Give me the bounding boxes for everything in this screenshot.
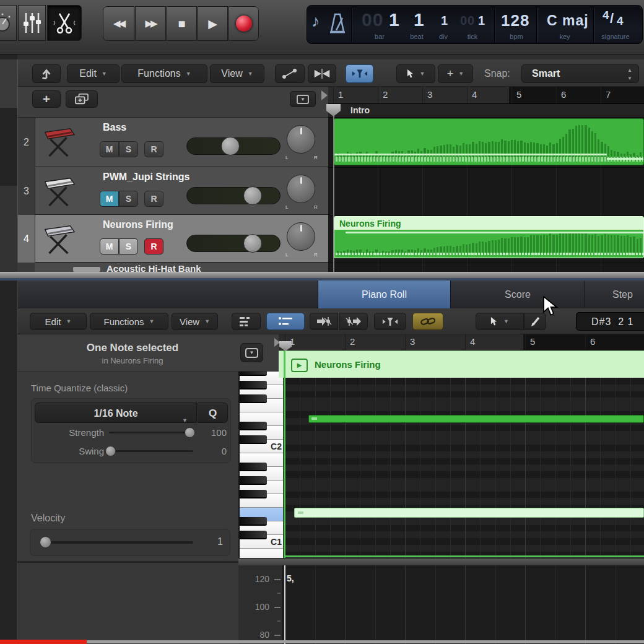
editor-catch-playhead-button[interactable] — [374, 313, 406, 330]
editor-edit-menu[interactable]: Edit▼ — [30, 313, 87, 330]
play-button[interactable]: ▶ — [198, 6, 228, 41]
piano-key-black[interactable] — [240, 490, 267, 498]
midi-note[interactable] — [308, 415, 644, 423]
tab-piano-roll[interactable]: Piano Roll — [318, 281, 451, 308]
metronome-knob-icon[interactable] — [0, 5, 17, 41]
lcd-beat-value[interactable]: 1 — [414, 9, 425, 30]
velocity-slider[interactable] — [42, 541, 193, 544]
video-progress-played[interactable] — [0, 640, 87, 644]
lcd-sig-lower[interactable]: 4 — [617, 14, 624, 28]
mute-button[interactable]: M — [100, 141, 119, 157]
pointer-tool-button[interactable]: ▼ — [396, 64, 435, 83]
velocity-lane[interactable] — [283, 565, 644, 644]
flex-button[interactable] — [308, 64, 336, 83]
region-neurons-firing[interactable]: Neurons Firing — [334, 216, 644, 258]
track-row[interactable]: 4Neurons FiringMSRLR — [18, 215, 328, 263]
crosshair-tool-button[interactable]: + ▼ — [438, 64, 473, 83]
arrange-ruler[interactable]: 1234567 — [328, 87, 644, 104]
marker-label[interactable]: Intro — [350, 105, 370, 115]
quantize-select[interactable]: 1/16 Note ▼ — [35, 402, 197, 423]
mixer-button[interactable] — [18, 5, 46, 41]
toolbox-button[interactable] — [47, 5, 82, 41]
track-header-menu-button[interactable]: ▼ — [290, 91, 316, 107]
editor-pointer-tool-button[interactable]: ▼ — [476, 313, 524, 330]
rewind-button[interactable]: ◀◀ — [103, 6, 134, 41]
arrange-edit-menu[interactable]: Edit▼ — [67, 64, 120, 83]
mute-button[interactable]: M — [100, 238, 119, 255]
swing-slider[interactable] — [109, 450, 193, 452]
strength-slider-knob[interactable] — [185, 427, 195, 438]
inspector-menu-button[interactable]: ▼ — [240, 343, 263, 362]
mute-button[interactable]: M — [100, 191, 119, 207]
volume-slider[interactable] — [186, 235, 281, 252]
stop-button[interactable]: ■ — [167, 6, 197, 41]
lcd-key-value[interactable]: C maj — [547, 12, 589, 29]
pan-knob[interactable] — [287, 125, 315, 154]
record-enable-button[interactable]: R — [144, 191, 163, 207]
track-row[interactable]: 3PWM_Jupi StringsMSRLR — [18, 167, 328, 215]
video-progress-track[interactable] — [0, 640, 644, 643]
midi-note-selected[interactable] — [294, 508, 644, 518]
record-enable-button[interactable]: R — [144, 238, 163, 255]
midi-out-button[interactable] — [339, 313, 368, 330]
arrange-functions-menu[interactable]: Functions▼ — [121, 64, 207, 83]
view-mode-button[interactable] — [232, 313, 261, 330]
quantize-apply-button[interactable]: Q — [198, 402, 228, 423]
arrange-view-menu[interactable]: View▼ — [210, 64, 264, 83]
swing-slider-knob[interactable] — [105, 446, 116, 456]
solo-button[interactable]: S — [119, 141, 138, 157]
editor-ruler[interactable]: 123456 — [279, 334, 644, 350]
record-button[interactable] — [228, 6, 259, 41]
automation-button[interactable] — [275, 64, 305, 83]
region-play-button[interactable]: ▶ — [291, 359, 308, 372]
playhead-line[interactable] — [333, 104, 334, 272]
solo-button[interactable]: S — [119, 191, 138, 207]
piano-key-black[interactable] — [240, 435, 267, 444]
pan-knob[interactable] — [287, 222, 315, 251]
link-button[interactable] — [412, 313, 443, 330]
piano-key-black[interactable] — [240, 463, 267, 471]
track-row-partial[interactable]: Acoustic Hi-Hat Bank — [17, 263, 328, 272]
solo-button[interactable]: S — [119, 238, 138, 255]
editor-view-menu[interactable]: View▼ — [172, 313, 218, 330]
snap-select[interactable]: Smart ▲▼ — [521, 64, 639, 83]
editor-region-strip[interactable]: ▶ Neurons Firing — [279, 350, 644, 378]
piano-key-black[interactable] — [240, 372, 267, 376]
track-row[interactable]: 2BassMSRLR — [18, 118, 328, 167]
add-track-pack-button[interactable] — [66, 90, 98, 108]
lcd-bpm-value[interactable]: 128 — [501, 11, 529, 30]
lcd-div-value[interactable]: 1 — [441, 14, 448, 28]
volume-slider-knob[interactable] — [243, 234, 262, 253]
velocity-slider-knob[interactable] — [40, 536, 51, 548]
add-track-button[interactable]: + — [32, 90, 61, 108]
back-arrow-button[interactable] — [32, 64, 61, 83]
volume-slider[interactable] — [186, 187, 281, 204]
note-grid[interactable] — [283, 378, 644, 558]
midi-in-button[interactable] — [310, 313, 338, 330]
lcd-tick-value[interactable]: 1 — [478, 14, 485, 28]
editor-functions-menu[interactable]: Functions▼ — [90, 313, 168, 330]
piano-key-black[interactable] — [240, 394, 267, 403]
lane-split-bar[interactable] — [238, 558, 644, 565]
piano-key-black[interactable] — [240, 476, 267, 485]
record-enable-button[interactable]: R — [144, 141, 163, 157]
piano-key-black[interactable] — [240, 422, 267, 430]
window-split-bar[interactable] — [0, 272, 644, 278]
volume-slider-knob[interactable] — [221, 137, 240, 155]
forward-button[interactable]: ▶▶ — [135, 6, 166, 41]
volume-slider-knob[interactable] — [243, 186, 262, 205]
strength-slider[interactable] — [109, 432, 193, 433]
piano-key-black[interactable] — [240, 381, 267, 389]
lcd-sig-upper[interactable]: 4 — [603, 9, 610, 22]
lcd-bar-value[interactable]: 1 — [389, 9, 400, 30]
catch-playhead-button[interactable] — [346, 64, 373, 83]
lcd-display[interactable]: ♪ 00 1 bar 1 beat 1 div 00 1 tick 128 bp… — [307, 5, 643, 44]
piano-key-black[interactable] — [240, 531, 267, 539]
region-bass[interactable] — [334, 118, 644, 165]
midi-draw-button[interactable] — [266, 313, 305, 330]
tab-score[interactable]: Score — [451, 281, 585, 308]
tab-step-editor[interactable]: Step — [585, 281, 644, 308]
pan-knob[interactable] — [287, 175, 315, 203]
piano-keyboard[interactable]: C2C1 — [238, 372, 283, 562]
piano-key-black[interactable] — [240, 517, 267, 526]
